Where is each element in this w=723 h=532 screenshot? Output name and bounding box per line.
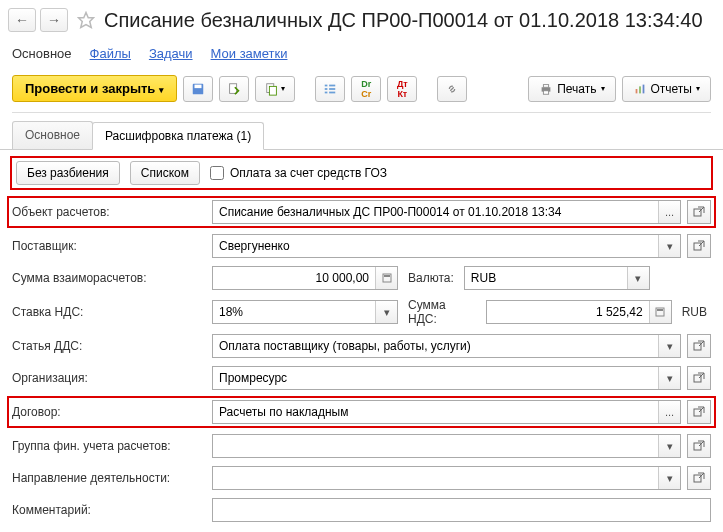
svg-rect-21 [384, 275, 390, 277]
supplier-field[interactable]: ▾ [212, 234, 681, 258]
open-ext-button[interactable] [687, 366, 711, 390]
create-based-on-button[interactable]: ▾ [255, 76, 295, 102]
calc-button[interactable] [649, 301, 671, 323]
calc-button[interactable] [375, 267, 397, 289]
org-input[interactable] [213, 367, 658, 389]
label-sum: Сумма взаиморасчетов: [12, 271, 212, 285]
currency-field[interactable]: ▾ [464, 266, 650, 290]
dds-field[interactable]: ▾ [212, 334, 681, 358]
label-currency: Валюта: [404, 271, 458, 285]
open-ext-button[interactable] [687, 334, 711, 358]
post-and-close-button[interactable]: Провести и закрыть▾ [12, 75, 177, 102]
goz-checkbox-label[interactable]: Оплата за счет средств ГОЗ [210, 166, 387, 180]
svg-rect-19 [694, 243, 701, 250]
svg-rect-18 [694, 209, 701, 216]
save-button[interactable] [183, 76, 213, 102]
dropdown-button[interactable]: ▾ [658, 235, 680, 257]
nav-forward-button[interactable]: → [40, 8, 68, 32]
contract-field[interactable]: ... [212, 400, 681, 424]
calc-object-field[interactable]: ... [212, 200, 681, 224]
tab-main[interactable]: Основное [12, 46, 72, 61]
post-button[interactable] [219, 76, 249, 102]
view-toggle-row: Без разбиения Списком Оплата за счет сре… [12, 158, 711, 188]
tab-files[interactable]: Файлы [90, 46, 131, 61]
ellipsis-button[interactable]: ... [658, 201, 680, 223]
activity-input[interactable] [213, 467, 658, 489]
fingroup-field[interactable]: ▾ [212, 434, 681, 458]
dtdk-button[interactable]: ДтКт [387, 76, 417, 102]
label-activity: Направление деятельности: [12, 471, 212, 485]
supplier-input[interactable] [213, 235, 658, 257]
svg-rect-17 [642, 84, 644, 93]
label-vat-sum: Сумма НДС: [404, 298, 480, 326]
open-ext-button[interactable] [687, 434, 711, 458]
toolbar: Провести и закрыть▾ ▾ DrCr ДтКт Печать▾ … [0, 67, 723, 110]
calc-object-input[interactable] [213, 201, 658, 223]
label-calc-object: Объект расчетов: [12, 205, 212, 219]
dropdown-button[interactable]: ▾ [627, 267, 649, 289]
link-button[interactable] [437, 76, 467, 102]
svg-rect-6 [325, 84, 328, 86]
dds-input[interactable] [213, 335, 658, 357]
activity-field[interactable]: ▾ [212, 466, 681, 490]
comment-input[interactable] [213, 499, 710, 521]
svg-marker-0 [79, 13, 94, 28]
structure-button[interactable] [315, 76, 345, 102]
tab-notes[interactable]: Мои заметки [211, 46, 288, 61]
svg-rect-5 [270, 86, 277, 95]
favorite-star-icon[interactable] [76, 10, 96, 30]
nav-tabs: Основное Файлы Задачи Мои заметки [0, 40, 723, 67]
label-org: Организация: [12, 371, 212, 385]
goz-label: Оплата за счет средств ГОЗ [230, 166, 387, 180]
org-field[interactable]: ▾ [212, 366, 681, 390]
svg-rect-26 [694, 409, 701, 416]
sum-field[interactable] [212, 266, 398, 290]
reports-button[interactable]: Отчеты▾ [622, 76, 711, 102]
label-dds: Статья ДДС: [12, 339, 212, 353]
open-ext-button[interactable] [687, 200, 711, 224]
vat-rate-field[interactable]: ▾ [212, 300, 398, 324]
currency-suffix: RUB [678, 305, 711, 319]
open-ext-button[interactable] [687, 466, 711, 490]
tab-tasks[interactable]: Задачи [149, 46, 193, 61]
sum-input[interactable] [213, 267, 375, 289]
svg-rect-14 [544, 90, 549, 94]
contract-input[interactable] [213, 401, 658, 423]
vat-sum-input[interactable] [487, 301, 649, 323]
fingroup-input[interactable] [213, 435, 658, 457]
goz-checkbox[interactable] [210, 166, 224, 180]
vat-rate-input[interactable] [213, 301, 375, 323]
dropdown-button[interactable]: ▾ [658, 467, 680, 489]
row-fingroup: Группа фин. учета расчетов: ▾ [12, 434, 711, 458]
ellipsis-button[interactable]: ... [658, 401, 680, 423]
row-activity: Направление деятельности: ▾ [12, 466, 711, 490]
list-button[interactable]: Списком [130, 161, 200, 185]
svg-rect-13 [544, 84, 549, 87]
vat-sum-field[interactable] [486, 300, 672, 324]
svg-rect-28 [694, 475, 701, 482]
svg-rect-23 [657, 309, 663, 311]
dropdown-button[interactable]: ▾ [658, 335, 680, 357]
svg-rect-7 [325, 88, 328, 90]
row-org: Организация: ▾ [12, 366, 711, 390]
dropdown-button[interactable]: ▾ [375, 301, 397, 323]
currency-input[interactable] [465, 267, 627, 289]
drcr-button[interactable]: DrCr [351, 76, 381, 102]
row-calc-object: Объект расчетов: ... [9, 198, 714, 226]
print-button[interactable]: Печать▾ [528, 76, 615, 102]
dropdown-button[interactable]: ▾ [658, 435, 680, 457]
subtab-breakdown[interactable]: Расшифровка платежа (1) [92, 122, 264, 150]
nav-back-button[interactable]: ← [8, 8, 36, 32]
open-ext-button[interactable] [687, 400, 711, 424]
dropdown-button[interactable]: ▾ [658, 367, 680, 389]
no-split-button[interactable]: Без разбиения [16, 161, 120, 185]
svg-rect-25 [694, 375, 701, 382]
svg-rect-24 [694, 343, 701, 350]
comment-field[interactable] [212, 498, 711, 522]
subtab-main[interactable]: Основное [12, 121, 93, 149]
subtabs: Основное Расшифровка платежа (1) [0, 115, 723, 150]
svg-rect-15 [635, 89, 637, 93]
row-sum: Сумма взаиморасчетов: Валюта: ▾ [12, 266, 711, 290]
row-vat: Ставка НДС: ▾ Сумма НДС: RUB [12, 298, 711, 326]
open-ext-button[interactable] [687, 234, 711, 258]
